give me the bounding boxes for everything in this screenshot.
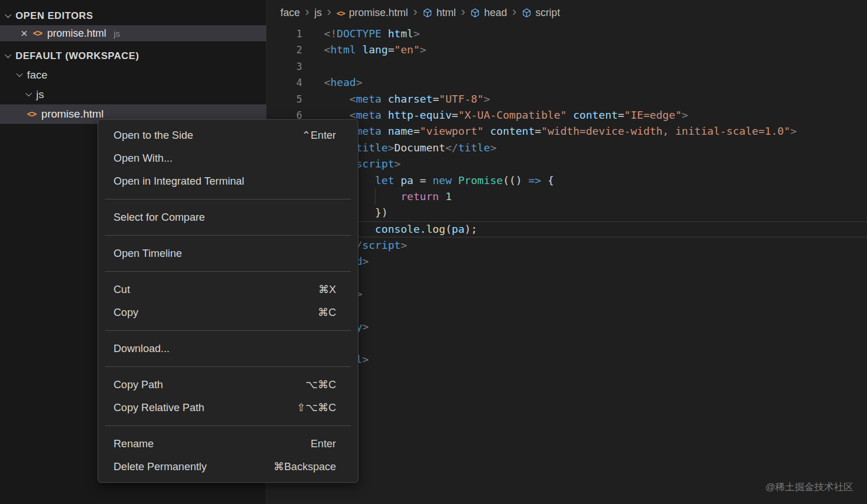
menu-item-copy-relative-path[interactable]: Copy Relative Path⇧⌥⌘C bbox=[98, 396, 358, 419]
menu-item-select-for-compare[interactable]: Select for Compare bbox=[98, 206, 358, 229]
open-editor-description: js bbox=[114, 29, 120, 38]
symbol-cube-icon bbox=[470, 8, 480, 18]
explorer-context-menu: Open to the Side⌃EnterOpen With...Open i… bbox=[97, 119, 358, 483]
symbol-cube-icon bbox=[423, 8, 432, 18]
code-line-3[interactable]: 3 bbox=[267, 58, 867, 75]
code-text: <head> bbox=[302, 75, 362, 91]
breadcrumb-item-js[interactable]: js bbox=[314, 7, 322, 19]
menu-separator bbox=[105, 199, 351, 200]
code-text: <meta http-equiv="X-UA-Compatible" conte… bbox=[302, 107, 688, 123]
line-number[interactable]: 3 bbox=[267, 58, 302, 75]
watermark: @稀土掘金技术社区 bbox=[766, 480, 853, 494]
menu-item-shortcut: ⌥⌘C bbox=[306, 378, 336, 391]
menu-item-label: Delete Permanently bbox=[114, 460, 206, 473]
menu-item-shortcut: Enter bbox=[311, 437, 336, 450]
line-number[interactable]: 4 bbox=[267, 75, 302, 91]
menu-separator bbox=[105, 235, 351, 236]
chevron-right-icon: › bbox=[327, 6, 331, 18]
menu-item-label: Copy Relative Path bbox=[114, 401, 204, 414]
menu-separator bbox=[105, 330, 351, 331]
code-text: <html lang="en"> bbox=[302, 42, 426, 58]
html-file-icon: <> bbox=[27, 109, 36, 119]
chevron-down-icon bbox=[25, 89, 32, 96]
open-editors-title: OPEN EDITORS bbox=[15, 10, 93, 22]
menu-item-delete-permanently[interactable]: Delete Permanently⌘Backspace bbox=[98, 455, 358, 478]
menu-item-label: Copy Path bbox=[114, 378, 163, 391]
tree-item-label: promise.html bbox=[41, 108, 104, 120]
menu-item-copy[interactable]: Copy⌘C bbox=[98, 301, 358, 324]
workspace-title: DEFAULT (WORKSPACE) bbox=[15, 50, 139, 62]
breadcrumb-label: face bbox=[280, 7, 300, 19]
code-line-1[interactable]: 1<!DOCTYPE html> bbox=[267, 26, 867, 42]
menu-separator bbox=[105, 425, 351, 426]
chevron-down-icon bbox=[16, 70, 22, 76]
tree-item-label: face bbox=[27, 69, 48, 81]
html-file-icon: <> bbox=[33, 28, 42, 38]
menu-item-label: Open to the Side bbox=[114, 129, 193, 142]
menu-item-shortcut: ⇧⌥⌘C bbox=[296, 401, 336, 414]
menu-item-open-with[interactable]: Open With... bbox=[98, 147, 358, 170]
breadcrumb-item-html[interactable]: html bbox=[423, 7, 456, 19]
code-line-2[interactable]: 2<html lang="en"> bbox=[267, 42, 867, 58]
menu-item-label: Open in Integrated Terminal bbox=[114, 175, 244, 187]
breadcrumb-label: js bbox=[314, 7, 322, 19]
tree-item-face[interactable]: face bbox=[0, 65, 266, 85]
menu-separator bbox=[105, 366, 351, 367]
breadcrumb-item-promise-html[interactable]: <>promise.html bbox=[337, 7, 408, 19]
breadcrumb-item-head[interactable]: head bbox=[470, 7, 507, 19]
line-number[interactable]: 2 bbox=[267, 42, 302, 58]
menu-item-shortcut: ⌃Enter bbox=[302, 129, 336, 142]
menu-item-label: Rename bbox=[114, 437, 154, 450]
menu-item-copy-path[interactable]: Copy Path⌥⌘C bbox=[98, 373, 358, 396]
code-text: <meta charset="UTF-8"> bbox=[302, 91, 490, 107]
open-editors-section-header[interactable]: OPEN EDITORS bbox=[0, 7, 266, 25]
menu-item-open-in-integrated-terminal[interactable]: Open in Integrated Terminal bbox=[98, 170, 358, 193]
breadcrumb: face›js›<>promise.html›html›head›script bbox=[267, 0, 867, 26]
vscode-window: OPEN EDITORS × <> promise.html js DEFAUL… bbox=[0, 0, 867, 504]
chevron-down-icon bbox=[5, 11, 11, 17]
menu-item-label: Copy bbox=[114, 306, 138, 319]
code-line-5[interactable]: 5 <meta charset="UTF-8"> bbox=[267, 91, 867, 107]
breadcrumb-item-script[interactable]: script bbox=[522, 7, 560, 19]
tree-item-js[interactable]: js bbox=[0, 85, 266, 104]
chevron-right-icon: › bbox=[305, 6, 309, 18]
open-editor-filename: promise.html bbox=[47, 28, 106, 40]
menu-item-open-to-the-side[interactable]: Open to the Side⌃Enter bbox=[98, 124, 358, 147]
workspace-section-header[interactable]: DEFAULT (WORKSPACE) bbox=[0, 47, 266, 65]
code-line-4[interactable]: 4<head> bbox=[267, 75, 867, 91]
menu-item-cut[interactable]: Cut⌘X bbox=[98, 278, 358, 301]
symbol-cube-icon bbox=[522, 8, 532, 18]
menu-item-label: Open With... bbox=[114, 152, 173, 165]
menu-item-rename[interactable]: RenameEnter bbox=[98, 432, 358, 455]
menu-item-label: Cut bbox=[114, 283, 130, 296]
code-text bbox=[302, 58, 324, 75]
breadcrumb-label: script bbox=[536, 7, 560, 19]
menu-item-shortcut: ⌘Backspace bbox=[274, 460, 336, 473]
chevron-right-icon: › bbox=[512, 6, 516, 18]
chevron-right-icon: › bbox=[461, 6, 465, 18]
menu-item-label: Download... bbox=[114, 342, 170, 355]
menu-item-shortcut: ⌘X bbox=[318, 283, 336, 296]
code-text: <!DOCTYPE html> bbox=[302, 26, 420, 42]
tree-item-label: js bbox=[36, 88, 44, 101]
chevron-right-icon: › bbox=[413, 6, 417, 18]
menu-item-open-timeline[interactable]: Open Timeline bbox=[98, 242, 358, 265]
menu-item-download[interactable]: Download... bbox=[98, 337, 358, 360]
breadcrumb-label: head bbox=[484, 7, 507, 19]
menu-item-label: Open Timeline bbox=[114, 247, 182, 260]
close-icon[interactable]: × bbox=[21, 27, 28, 39]
breadcrumb-label: html bbox=[436, 7, 456, 19]
open-editor-item[interactable]: × <> promise.html js bbox=[0, 25, 266, 41]
breadcrumb-label: promise.html bbox=[349, 7, 408, 19]
menu-item-shortcut: ⌘C bbox=[318, 306, 336, 319]
menu-item-label: Select for Compare bbox=[114, 211, 205, 224]
code-text: <meta name="viewport" content="width=dev… bbox=[302, 123, 796, 139]
menu-separator bbox=[105, 271, 351, 272]
line-number[interactable]: 5 bbox=[267, 91, 302, 107]
html-file-icon: <> bbox=[337, 9, 345, 18]
breadcrumb-item-face[interactable]: face bbox=[280, 7, 300, 19]
chevron-down-icon bbox=[5, 51, 11, 57]
line-number[interactable]: 1 bbox=[267, 26, 302, 42]
